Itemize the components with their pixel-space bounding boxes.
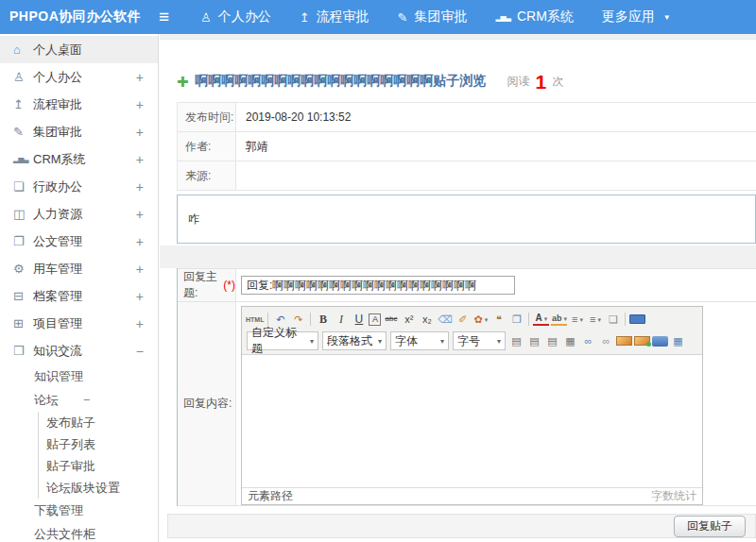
edit-icon: ✎ — [13, 125, 33, 139]
strikethrough-button[interactable]: abc — [383, 312, 399, 328]
select-value: 字体 — [395, 333, 418, 349]
font-color-button[interactable]: A — [533, 313, 549, 326]
sidebar-item-forum-board-settings[interactable]: 论坛版块设置 — [38, 477, 158, 499]
table-button[interactable]: ▦ — [670, 333, 686, 349]
italic-button[interactable]: I — [333, 312, 349, 328]
unlink-button[interactable]: ∞ — [598, 333, 614, 349]
font-size-select[interactable]: 字号▾ — [453, 331, 506, 350]
nav-label: 流程审批 — [317, 8, 369, 25]
superscript-button[interactable]: x² — [401, 312, 417, 328]
reply-submit-button[interactable]: 回复贴子 — [674, 516, 746, 537]
color-palette-button[interactable]: ✿ — [472, 312, 489, 328]
align-left-button[interactable]: ▤ — [508, 333, 524, 349]
expand-icon[interactable]: + — [136, 125, 144, 140]
reply-subject-label: 回复主题: (*) — [178, 269, 236, 301]
sidebar-item-label: CRM系统 — [33, 151, 86, 168]
post-content-text: 咋 — [188, 212, 199, 228]
sidebar-item-group-approval[interactable]: ✎集团审批+ — [0, 118, 158, 145]
unordered-list-button[interactable]: ≡ — [587, 312, 603, 328]
sidebar-item-post-approval[interactable]: 贴子审批 — [38, 455, 158, 477]
sidebar-item-forum[interactable]: 论坛− — [0, 388, 158, 412]
sidebar-item-project-management[interactable]: ⊞项目管理+ — [0, 310, 158, 337]
bold-button[interactable]: B — [315, 312, 331, 328]
sidebar-item-archive-management[interactable]: ⊟档案管理+ — [0, 282, 158, 310]
sidebar-item-admin-office[interactable]: ❏行政办公+ — [0, 173, 158, 200]
sidebar-item-label: 公共文件柜 — [34, 526, 95, 542]
chat-icon: ❒ — [13, 344, 33, 358]
sidebar-item-download-management[interactable]: 下载管理 — [0, 499, 158, 522]
sidebar-item-vehicle-management[interactable]: ⚙用车管理+ — [0, 255, 158, 282]
image-button[interactable] — [616, 336, 632, 346]
font-family-select[interactable]: 字体▾ — [390, 331, 449, 350]
flow-icon: ↥ — [300, 10, 310, 25]
align-center-button[interactable]: ▤ — [526, 333, 542, 349]
sidebar-item-personal-desktop[interactable]: ⌂个人桌面 — [0, 36, 158, 63]
fullscreen-button[interactable] — [629, 314, 645, 324]
net-image-button[interactable] — [634, 336, 650, 346]
chevron-down-icon: ▾ — [497, 337, 501, 346]
select-value: 段落格式 — [327, 333, 372, 349]
field-value — [236, 161, 756, 190]
heading-select[interactable]: 自定义标题▾ — [247, 331, 318, 350]
table-row: 发布时间:2019-08-20 10:13:52 — [178, 103, 756, 132]
sidebar-item-label: 公文管理 — [33, 233, 82, 250]
align-justify-button[interactable]: ▦ — [562, 333, 578, 349]
expand-icon[interactable]: + — [136, 152, 144, 167]
paragraph-select[interactable]: 段落格式▾ — [322, 331, 387, 350]
expand-icon[interactable]: + — [136, 262, 144, 277]
align-right-button[interactable]: ▤ — [544, 333, 560, 349]
sidebar-item-document-management[interactable]: ❐公文管理+ — [0, 228, 158, 255]
editor-content[interactable] — [242, 355, 702, 487]
expand-icon[interactable]: + — [136, 97, 144, 112]
expand-icon[interactable]: + — [136, 179, 144, 195]
expand-icon[interactable]: + — [136, 316, 144, 331]
nav-group-approval[interactable]: ✎集团审批 — [398, 8, 468, 25]
read-unit: 次 — [552, 74, 563, 90]
sidebar-item-post-list[interactable]: 贴子列表 — [38, 433, 158, 455]
remove-format-button[interactable]: ⌫ — [437, 312, 453, 328]
nav-personal-office[interactable]: ♙个人办公 — [200, 8, 271, 25]
ordered-list-button[interactable]: ≡ — [569, 312, 585, 328]
font-style-button[interactable]: A — [369, 313, 381, 326]
new-page-button[interactable]: ❏ — [605, 312, 621, 328]
sidebar-item-knowledge-exchange[interactable]: ❒知识交流− — [0, 337, 158, 364]
sidebar-item-crm-system[interactable]: ▂▅▃CRM系统+ — [0, 145, 158, 173]
sidebar-item-label: 贴子审批 — [46, 458, 95, 475]
link-button[interactable]: ∞ — [580, 333, 596, 349]
underline-button[interactable]: U — [351, 312, 367, 328]
toolbar-separator — [528, 313, 529, 326]
sidebar-item-label: 项目管理 — [33, 315, 82, 332]
sidebar-item-post-create[interactable]: 发布贴子 — [38, 412, 158, 433]
sidebar-item-workflow-approval[interactable]: ↥流程审批+ — [0, 91, 158, 118]
toolbar-separator — [310, 313, 311, 326]
collapse-icon[interactable]: − — [83, 393, 91, 407]
sidebar-item-human-resources[interactable]: ◫人力资源+ — [0, 200, 158, 228]
expand-icon[interactable]: + — [136, 234, 144, 249]
highlight-color-button[interactable]: ab — [551, 313, 567, 326]
expand-icon[interactable]: + — [136, 70, 144, 85]
sidebar-item-label: 论坛版块设置 — [46, 480, 120, 497]
sidebar-item-knowledge-management[interactable]: 知识管理 — [0, 364, 158, 388]
word-count-label: 字数统计 — [651, 488, 696, 504]
media-button[interactable] — [652, 336, 668, 347]
blockquote-button[interactable]: ❝ — [490, 312, 507, 328]
field-value: 2019-08-20 10:13:52 — [236, 103, 756, 131]
sidebar-item-personal-office[interactable]: ♙个人办公+ — [0, 63, 158, 91]
expand-icon[interactable]: + — [136, 289, 144, 304]
expand-icon[interactable]: + — [136, 207, 144, 222]
nav-crm-system[interactable]: ▂▅▃CRM系统 — [495, 8, 573, 25]
hamburger-menu-icon[interactable]: ≡ — [159, 7, 183, 27]
reply-content-row: 回复内容: HTML↶↷BIUAabcx²x₂⌫✐✿❝❐Aab≡≡❏ 自定义标题… — [178, 301, 756, 506]
subscript-button[interactable]: x₂ — [419, 312, 435, 328]
app-header: PHPOA协同办公软件 ≡ ♙个人办公↥流程审批✎集团审批▂▅▃CRM系统更多应… — [0, 0, 756, 34]
reply-subject-input[interactable] — [241, 276, 515, 295]
read-counter: 阅读 1 次 — [507, 72, 564, 92]
nav-workflow-approval[interactable]: ↥流程审批 — [300, 8, 369, 25]
sidebar-item-public-file-cabinet[interactable]: 公共文件柜 — [0, 522, 158, 542]
sidebar-item-label: 行政办公 — [33, 178, 82, 195]
paste-text-button[interactable]: ❐ — [508, 312, 524, 328]
format-brush-button[interactable]: ✐ — [455, 312, 471, 328]
briefcase-icon: ❏ — [13, 179, 33, 194]
nav-more-apps[interactable]: 更多应用▼ — [602, 8, 671, 25]
collapse-icon[interactable]: − — [136, 344, 144, 359]
